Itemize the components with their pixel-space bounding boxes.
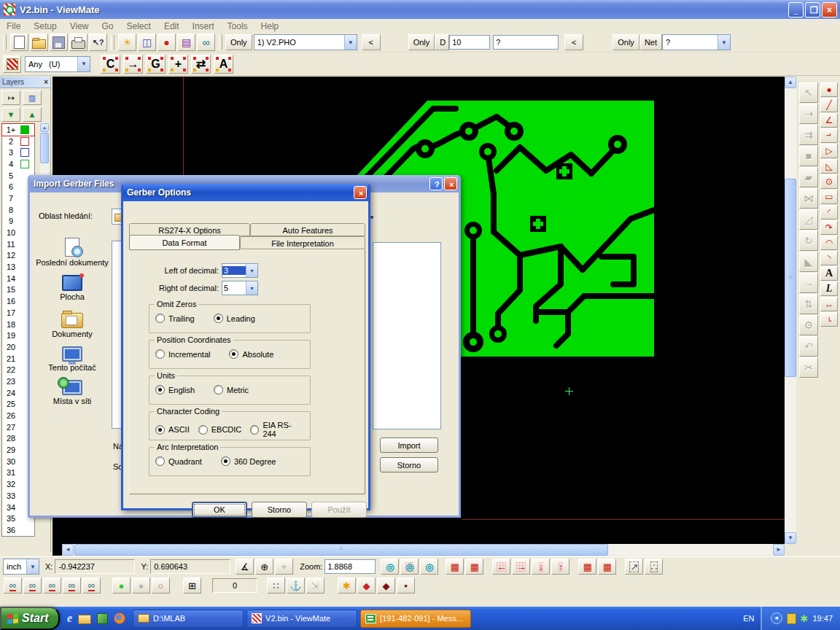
angle-tool-button[interactable]: ∡ <box>236 559 254 575</box>
chevron-down-icon[interactable]: ▼ <box>344 35 357 50</box>
radio-option[interactable]: ASCII <box>155 421 190 438</box>
quicklaunch-firefox[interactable] <box>114 612 125 624</box>
settings-button[interactable]: ⚙ <box>799 315 818 335</box>
film-view-button[interactable]: ◫ <box>138 34 156 51</box>
clock[interactable]: 19:47 <box>812 614 833 623</box>
arc-tool-button[interactable]: ◜ <box>820 205 838 219</box>
move-dcode-button[interactable]: ⇢ <box>799 104 818 124</box>
skew-button[interactable]: ◿ <box>799 209 818 230</box>
quicklaunch-ie[interactable]: e <box>67 612 72 625</box>
help-button[interactable]: ? <box>429 177 443 190</box>
measure-view-button[interactable]: ∞ <box>197 34 215 51</box>
scroll-right-icon[interactable]: ► <box>773 544 785 556</box>
triangle-tool-button[interactable]: ◺ <box>820 159 838 174</box>
only-layer-button[interactable]: Only <box>225 34 252 50</box>
radio-option[interactable]: English <box>155 385 195 394</box>
tab-auto-features[interactable]: Auto Features <box>250 223 365 236</box>
unit-combo[interactable]: inch ▼ <box>3 559 39 575</box>
dcode-label-button[interactable]: D <box>435 34 449 50</box>
view-traces-button[interactable]: ∞ <box>23 578 42 594</box>
close-icon[interactable]: × <box>44 78 48 86</box>
radio-option[interactable]: Metric <box>214 385 249 394</box>
right-decimal-combo[interactable]: 5 ▼ <box>222 281 258 295</box>
radio-option[interactable]: EIA RS-244 <box>250 421 301 438</box>
board-grid-button[interactable]: ▦ <box>446 559 464 575</box>
layer-up-button[interactable]: ▲ <box>23 107 42 122</box>
layers-dock-button[interactable]: ↦ <box>1 90 20 105</box>
dcode-a-button[interactable]: A <box>214 55 233 74</box>
close-button[interactable]: × <box>822 2 837 18</box>
mirror-button[interactable]: ⋈ <box>799 188 818 209</box>
place-my-computer[interactable]: Tento počítač <box>36 346 109 372</box>
language-indicator[interactable]: EN <box>743 614 754 623</box>
open-file-button[interactable] <box>30 34 48 51</box>
stretch-select-button[interactable]: ↗ <box>625 559 643 575</box>
grid-window2-button[interactable]: ▦ <box>598 559 616 575</box>
chevron-down-icon[interactable]: ▼ <box>26 559 39 574</box>
board-view-button[interactable]: ☀ <box>118 34 136 51</box>
radio-option[interactable]: EBCDIC <box>198 421 242 438</box>
chevron-down-icon[interactable]: ▼ <box>246 264 257 277</box>
radio-option[interactable]: Incremental <box>155 349 210 359</box>
pan-left-button[interactable]: ← <box>492 559 510 575</box>
zoom-value-input[interactable]: 1.8868 <box>324 559 376 574</box>
tray-chevron-icon[interactable]: ◄ <box>771 612 782 624</box>
grid-window-button[interactable]: ▦ <box>578 559 596 575</box>
dcode-filter-button[interactable] <box>3 55 21 73</box>
chevron-down-icon[interactable]: ▼ <box>246 281 257 295</box>
dcode-c-button[interactable]: C <box>101 55 120 74</box>
origin-button[interactable]: ⊕ <box>255 559 273 575</box>
menu-item[interactable]: File <box>0 20 27 33</box>
layer-color-swatch[interactable] <box>20 137 29 146</box>
polyline-tool-button[interactable]: ∠ <box>820 113 838 128</box>
gerber-dialog-titlebar[interactable]: Gerber Options × <box>123 184 368 201</box>
tab-file-interpretation[interactable]: File Interpretation <box>240 236 365 249</box>
corner-tool-button[interactable]: ⌐ <box>820 128 838 143</box>
scroll-left-icon[interactable]: ◄ <box>62 544 74 556</box>
minimize-button[interactable]: _ <box>788 2 804 18</box>
import-button[interactable]: Import <box>380 438 438 453</box>
dcode-filter-input[interactable]: ? <box>493 35 559 50</box>
only-net-button[interactable]: Only <box>612 34 639 50</box>
select-pad-button[interactable]: ◆ <box>357 578 376 594</box>
print-button[interactable] <box>69 34 88 51</box>
curve-tool-button[interactable]: ↷ <box>820 220 838 235</box>
view-highlight-button[interactable]: ∞ <box>82 578 101 594</box>
select-tool-button[interactable]: ↖ <box>799 82 818 103</box>
chevron-down-icon[interactable]: ▼ <box>718 35 730 50</box>
highlight-on-button[interactable]: ● <box>112 578 131 594</box>
scroll-down-icon[interactable]: ▼ <box>785 532 796 544</box>
dimension-tool-button[interactable]: ↔ <box>820 297 838 311</box>
resize-button[interactable]: ◣ <box>799 252 818 272</box>
radio-option[interactable]: Absolute <box>229 349 273 359</box>
layer-color-swatch[interactable] <box>20 160 29 168</box>
zoom-window-button[interactable]: ◎ <box>420 559 438 575</box>
select-dot-button[interactable]: ▪ <box>397 578 415 594</box>
tab-data-format[interactable]: Data Format <box>129 235 240 250</box>
highlight-off-button[interactable]: ● <box>132 578 150 594</box>
tile-windows-button[interactable]: ⊞ <box>183 578 201 594</box>
layer-row[interactable]: 1+ <box>2 124 34 136</box>
dot-grid-button[interactable]: ∷ <box>267 578 285 594</box>
ok-button[interactable]: OK <box>192 502 247 518</box>
cancel-button[interactable]: Storno <box>380 457 438 472</box>
anchor-button[interactable]: ⚓ <box>287 578 305 594</box>
quicklaunch-folder[interactable] <box>78 612 91 624</box>
pad-tool-button[interactable]: ● <box>820 82 838 97</box>
scroll-up-icon[interactable]: ▲ <box>40 123 49 132</box>
snap-points-button[interactable]: ⇲ <box>306 578 324 594</box>
layer-down-button[interactable]: ▼ <box>1 107 20 122</box>
scroll-up-icon[interactable]: ▲ <box>785 77 796 88</box>
pan-down-button[interactable]: ↓ <box>532 559 550 575</box>
zoom-grid-button[interactable]: ◎ <box>400 559 419 575</box>
task-viewmate[interactable]: V2.bin - ViewMate <box>246 610 357 628</box>
place-recent-documents[interactable]: Poslední dokumenty <box>36 238 109 267</box>
align-button[interactable]: ⇅ <box>799 294 818 314</box>
menu-item[interactable]: Setup <box>27 20 63 33</box>
task-dmlab[interactable]: D:\MLAB <box>133 610 244 628</box>
layer-color-swatch[interactable] <box>20 125 29 134</box>
place-desktop[interactable]: Plocha <box>36 275 109 301</box>
probe-button[interactable]: ⌖ <box>275 559 293 575</box>
menu-item[interactable]: Go <box>96 20 120 33</box>
start-button[interactable]: Start <box>0 607 60 630</box>
